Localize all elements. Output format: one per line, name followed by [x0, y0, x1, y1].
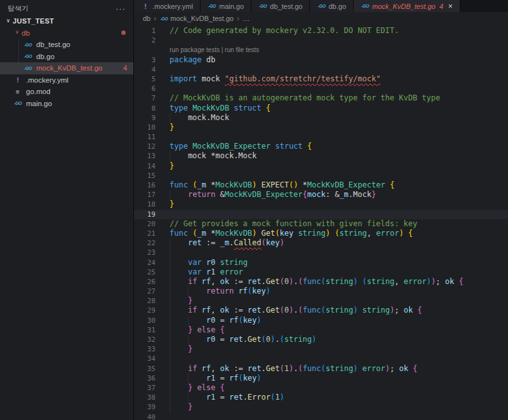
token: * — [206, 180, 215, 189]
code-content[interactable]: // Code generated by mockery v2.32.0. DO… — [170, 26, 508, 36]
token: = — [215, 335, 229, 344]
token — [170, 287, 206, 295]
token: 0 — [266, 335, 271, 344]
code-content[interactable]: } else { — [170, 383, 508, 393]
token — [257, 180, 261, 189]
code-line: 39 } — [134, 402, 508, 412]
code-content[interactable]: func (_m *MockKvDB) EXPECT() *MockKvDB_E… — [170, 180, 508, 190]
code-content[interactable]: type MockKvDB_Expecter struct { — [170, 142, 508, 151]
code-content[interactable]: } — [170, 296, 508, 306]
code-content[interactable]: // MockKvDB is an autogenerated mock typ… — [170, 93, 508, 103]
code-line: 2 — [134, 36, 508, 45]
token: MockKvDB — [192, 104, 229, 112]
code-content[interactable]: return rf(key) — [170, 287, 508, 296]
sidebar-item-root[interactable]: ∨ JUST_TEST — [0, 15, 133, 27]
code-line: 9 mock.Mock — [134, 113, 508, 123]
code-content[interactable]: type MockKvDB struct { — [170, 104, 508, 113]
code-content[interactable]: r1 = rf(key) — [170, 374, 508, 383]
code-content[interactable]: } — [170, 200, 508, 209]
code-content[interactable]: mock.Mock — [170, 113, 508, 123]
code-content[interactable]: r0 = rf(key) — [170, 316, 508, 325]
code-line: 31 } else { — [134, 325, 508, 335]
token: var — [188, 268, 202, 276]
code-content[interactable]: var r0 string — [170, 258, 508, 268]
code-content[interactable]: func (_m *MockKvDB) Get(key string) (str… — [170, 229, 508, 238]
breadcrumb-item[interactable]: -GOmock_KvDB_test.go — [159, 15, 234, 22]
error-dot-badge — [121, 30, 126, 35]
token: ( — [298, 277, 302, 286]
tab-db.go[interactable]: -GOdb.go — [310, 0, 354, 12]
line-number: 6 — [134, 84, 156, 93]
code-content[interactable]: mock *mock.Mock — [170, 151, 508, 161]
code-content[interactable] — [170, 65, 508, 74]
code-content[interactable]: r0 = ret.Get(0).(string) — [170, 335, 508, 344]
code-content[interactable]: run package tests | run file tests — [170, 45, 508, 55]
code-content[interactable]: // Get provides a mock function with giv… — [170, 219, 508, 229]
code-content[interactable] — [170, 132, 508, 142]
code-content[interactable]: package db — [170, 55, 508, 65]
file-label: go.mod — [26, 88, 50, 95]
sidebar-item-mock_KvDB_test.go[interactable]: -GOmock_KvDB_test.go4 — [0, 62, 133, 74]
tab-main.go[interactable]: -GOmain.go — [201, 0, 251, 12]
token: string — [326, 306, 353, 315]
sidebar-item-db.go[interactable]: -GOdb.go — [0, 51, 133, 63]
breadcrumb-label: db — [143, 15, 150, 22]
token: { — [266, 104, 271, 112]
line-number: 11 — [134, 132, 156, 142]
code-content[interactable]: return &MockKvDB_Expecter{mock: &_m.Mock… — [170, 190, 508, 200]
close-icon[interactable]: × — [448, 2, 453, 11]
code-content[interactable]: } — [170, 161, 508, 171]
tab-db_test.go[interactable]: -GOdb_test.go — [251, 0, 310, 12]
token: type — [170, 104, 188, 112]
token: string — [298, 229, 325, 238]
line-number: 33 — [134, 344, 156, 354]
sidebar-item-.mockery.yml[interactable]: !.mockery.yml — [0, 74, 133, 86]
token: return — [188, 190, 215, 199]
sidebar-item-db_test.go[interactable]: -GOdb_test.go — [0, 39, 133, 51]
token: ( — [238, 316, 243, 325]
code-content[interactable] — [170, 84, 508, 93]
token: ) — [385, 364, 390, 373]
go-file-icon: -GO — [361, 4, 370, 8]
token: key — [279, 229, 293, 238]
sidebar-item-main.go[interactable]: -GOmain.go — [0, 98, 133, 110]
code-content[interactable]: var r1 error — [170, 268, 508, 277]
code-content[interactable] — [170, 412, 508, 420]
code-content[interactable]: } — [170, 344, 508, 354]
code-content[interactable] — [170, 354, 508, 363]
breadcrumb-item[interactable]: … — [243, 15, 250, 22]
code-line: 8type MockKvDB struct { — [134, 104, 508, 113]
code-content[interactable]: if rf, ok := ret.Get(0).(func(string) (s… — [170, 277, 508, 287]
code-content[interactable] — [170, 36, 508, 45]
token: { — [408, 229, 413, 238]
code-content[interactable]: ret := _m.Called(key) — [170, 238, 508, 248]
code-content[interactable]: } — [170, 123, 508, 132]
token: rf — [229, 316, 238, 325]
code-line: 37 } else { — [134, 383, 508, 393]
code-content[interactable]: } else { — [170, 325, 508, 335]
go-file-icon: -GO — [159, 17, 168, 21]
code-content[interactable]: if rf, ok := ret.Get(1).(func(string) er… — [170, 364, 508, 374]
code-content[interactable] — [170, 210, 508, 219]
breadcrumb-item[interactable]: db — [143, 15, 150, 22]
sidebar-item-go.mod[interactable]: ≡go.mod — [0, 86, 133, 98]
code-content[interactable]: import mock "github.com/stretchr/testify… — [170, 74, 508, 84]
sidebar-item-db[interactable]: ∨db — [0, 27, 133, 39]
token: // Get provides a mock function with giv… — [170, 219, 417, 228]
code-content[interactable] — [170, 248, 508, 257]
token: } — [371, 190, 376, 199]
code-line: 14} — [134, 161, 508, 171]
token: EXPECT — [262, 180, 289, 189]
token — [170, 190, 188, 199]
tab-.mockery.yml[interactable]: !.mockery.yml — [134, 0, 201, 12]
more-actions-icon[interactable]: ··· — [116, 4, 126, 13]
token: ) — [257, 316, 261, 325]
code-content[interactable]: } — [170, 402, 508, 412]
tab-mock_KvDB_test.go[interactable]: -GOmock_KvDB_test.go4× — [354, 0, 460, 12]
code-content[interactable]: if rf, ok := ret.Get(0).(func(string) st… — [170, 306, 508, 315]
token: MockKvDB — [215, 180, 252, 189]
token: MockKvDB_Expecter — [192, 142, 271, 151]
editor-code[interactable]: 1// Code generated by mockery v2.32.0. D… — [134, 25, 508, 420]
code-content[interactable]: r1 = ret.Error(1) — [170, 393, 508, 402]
code-content[interactable] — [170, 171, 508, 180]
